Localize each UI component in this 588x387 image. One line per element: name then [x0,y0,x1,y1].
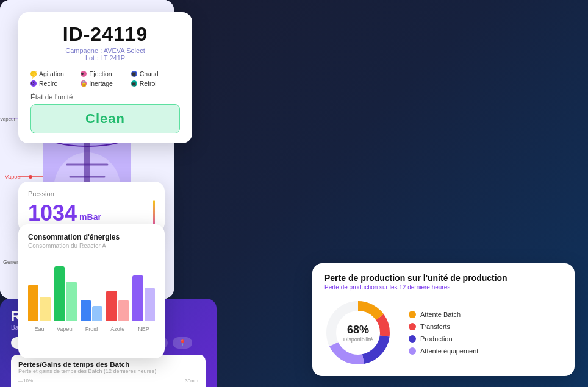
dot-transferts [409,323,416,330]
bar-azote [106,291,129,321]
legend-attente-batch: Attente Batch [409,311,478,318]
lbl-nep: NEP [132,326,155,332]
inertage-icon: 🔒 [81,80,87,87]
axis-right-top: 30min [185,378,198,383]
conso-title: Consommation d'énergies [28,233,155,241]
bar-chart [28,255,155,322]
svg-point-22 [29,175,32,179]
legend-transferts: Transferts [409,323,478,330]
svg-text:Vapour: Vapour [5,174,22,180]
dot-attente-batch [409,311,416,318]
pression-label: Pression [28,190,155,197]
bar-eau [28,285,51,321]
refroi-icon: ▣ [131,80,137,87]
bar-nep-2 [145,288,155,321]
axis-left-top: —10% [18,378,33,383]
donut-label: Disponibilité [343,336,373,343]
tag-inertage: 🔒 Inertage [81,80,129,87]
dot-production [409,335,416,343]
bar-froid-1 [81,300,91,321]
chart-subtitle: Perte et gains de temps des Batch (12 de… [18,368,198,374]
line-chart-svg [18,385,198,387]
agitation-icon: ⚡ [30,71,37,77]
donut-chart: 68% Disponibilité [324,299,392,366]
bar-eau-2 [40,297,50,321]
campaign-label: Campagne : AVEVA Select [30,47,180,54]
perte-subtitle: Perte de production sur les 12 dernière … [324,284,562,291]
pression-value: 1034 [28,202,77,224]
unit-id: ID-24119 [30,23,180,46]
bar-nep [132,275,155,321]
pression-row: 1034 mBar [28,200,155,224]
ejection-icon: ● [81,71,87,77]
perte-title: Perte de production sur l'unité de produ… [324,273,562,283]
perte-content: 68% Disponibilité Attente Batch Transfer… [324,299,562,366]
bar-froid-2 [92,306,102,321]
lbl-azote: Azote [106,326,129,332]
perte-legend: Attente Batch Transferts Production Atte… [409,311,478,355]
recirc-icon: ↺ [30,80,37,87]
bar-labels: Eau Vapeur Froid Azote NEP [28,326,155,332]
tag-agitation: ⚡ Agitation [30,70,79,77]
lbl-froid: Froid [81,326,103,332]
tag-recirc: ↺ Recirc [30,80,79,87]
lot-label: Lot : LT-241P [30,54,180,62]
perte-card: Perte de production sur l'unité de produ… [312,263,575,376]
legend-attente-equip: Attente équipement [409,347,478,355]
bar-vapeur [54,266,77,321]
legend-production: Production [409,335,478,343]
bar-eau-1 [28,285,38,321]
line-chart-wrap [18,385,198,387]
tag-chaud: ▣ Chaud [131,70,180,77]
etat-label: État de l'unité [30,93,180,101]
dashboard: ID-24119 Campagne : AVEVA Select Lot : L… [0,0,588,387]
bar-froid [81,300,103,321]
id-card: ID-24119 Campagne : AVEVA Select Lot : L… [18,12,192,143]
tab-location[interactable]: 📍 [173,337,192,349]
pertes-gains-chart: Pertes/Gains de temps des Batch Perte et… [11,355,206,387]
tag-refroi: ▣ Refroi [131,80,180,87]
bar-azote-2 [118,300,129,321]
tag-ejection: ● Ejection [81,70,129,77]
bar-vapeur-1 [54,266,65,321]
dot-attente-equip [409,347,416,355]
bar-nep-1 [132,275,143,321]
svg-text:Vapeur: Vapeur [0,116,16,122]
bar-azote-1 [106,291,117,321]
donut-pct: 68% [343,324,373,336]
pression-unit: mBar [79,212,101,222]
lbl-vapeur: Vapeur [54,326,77,332]
clean-badge: Clean [30,104,180,133]
pression-bar [153,200,155,224]
chart-title: Pertes/Gains de temps des Batch [18,361,198,368]
chaud-icon: ▣ [131,71,137,77]
tag-list: ⚡ Agitation ● Ejection ▣ Chaud ↺ Recirc … [30,70,180,87]
donut-center: 68% Disponibilité [343,324,373,343]
conso-subtitle: Consommation du Reactor A [28,243,155,249]
conso-card: Consommation d'énergies Consommation du … [18,224,165,358]
bar-vapeur-2 [66,282,76,321]
lbl-eau: Eau [28,326,51,332]
